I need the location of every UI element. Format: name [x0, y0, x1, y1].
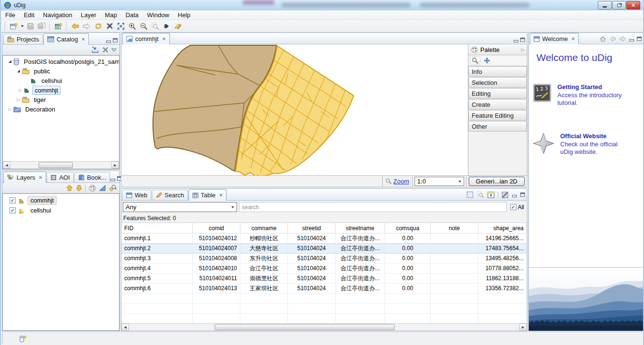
maximize-view-icon[interactable]: [637, 37, 642, 41]
table-cell[interactable]: 合江亭街道办...: [336, 244, 385, 254]
database-task-icon[interactable]: [19, 335, 27, 343]
table-cell[interactable]: 大慈寺社区: [240, 244, 288, 254]
maximize-view-icon[interactable]: [113, 38, 118, 42]
zoom-extent-button[interactable]: [115, 21, 127, 31]
scroll-right-icon[interactable]: ▶: [111, 162, 119, 169]
table-cell[interactable]: [431, 233, 478, 244]
table-cell[interactable]: commhjt.6: [121, 284, 193, 294]
getting-started-item[interactable]: 1 2 3 Getting Started Access the introdu…: [533, 83, 641, 107]
new-wizard-dropdown[interactable]: [20, 21, 25, 31]
table-cell[interactable]: commhjt.3: [121, 254, 193, 264]
tab-search[interactable]: Search: [152, 190, 188, 200]
table-cell[interactable]: 510104024: [288, 274, 336, 284]
table-cell[interactable]: commhjt.2: [121, 244, 193, 254]
table-cell[interactable]: 0.00: [385, 244, 431, 254]
table-cell[interactable]: 0.00: [385, 264, 431, 274]
table-cell[interactable]: 510104024: [288, 244, 336, 254]
new-map-button[interactable]: [53, 21, 64, 31]
eraser-button[interactable]: [172, 21, 184, 31]
maximize-view-icon[interactable]: [520, 193, 525, 197]
view-menu-icon[interactable]: [111, 48, 117, 52]
getting-started-title[interactable]: Getting Started: [557, 83, 629, 91]
table-cell[interactable]: 510104024012: [193, 233, 240, 244]
table-cell[interactable]: 东升街社区: [240, 254, 288, 264]
table-cell[interactable]: 合江亭街道办...: [336, 274, 385, 284]
minimize-view-icon[interactable]: [629, 37, 634, 41]
tab-bookmarks[interactable]: Book...: [74, 172, 110, 183]
table-cell[interactable]: 0.00: [385, 254, 431, 264]
table-cell[interactable]: 14196.25665...: [478, 233, 527, 244]
table-cell[interactable]: 510104024008: [193, 254, 240, 264]
map-canvas[interactable]: [121, 44, 468, 175]
zoom-to-selection-icon[interactable]: [477, 191, 484, 198]
tree-label[interactable]: Decoration: [23, 105, 58, 114]
scroll-thumb[interactable]: [215, 324, 394, 330]
tab-catalog[interactable]: Catalog ✕: [43, 33, 89, 45]
table-cell[interactable]: 合江亭街道办...: [336, 254, 385, 264]
menu-layer[interactable]: Layer: [77, 10, 101, 20]
tree-item-public[interactable]: public: [3, 66, 119, 76]
zoom-out-button[interactable]: [138, 21, 149, 31]
move-up-icon[interactable]: [66, 184, 73, 192]
table-cell[interactable]: 510104024007: [193, 244, 240, 254]
collapsed-icon[interactable]: ▷: [19, 88, 22, 92]
tab-close-icon[interactable]: ✕: [81, 37, 85, 42]
menu-window[interactable]: Window: [143, 10, 173, 20]
table-row[interactable]: commhjt.1510104024012纱帽街社区510104024合江亭街道…: [121, 233, 527, 244]
official-website-title[interactable]: Official Website: [560, 132, 632, 140]
layer-visible-checkbox[interactable]: ✓: [10, 197, 16, 203]
zoom-in-button[interactable]: [127, 21, 138, 31]
layer-row-cellshui[interactable]: ✓ cellshui: [3, 205, 119, 215]
attribute-filter-combobox[interactable]: Any: [123, 202, 237, 212]
tab-table[interactable]: Table ✕: [188, 189, 227, 201]
collapsed-icon[interactable]: ▷: [17, 98, 20, 102]
close-button[interactable]: ✕: [626, 1, 640, 10]
table-cell[interactable]: 合江亭街道办...: [336, 233, 385, 244]
table-cell[interactable]: 纱帽街社区: [240, 233, 288, 244]
table-cell[interactable]: 0.00: [385, 233, 431, 244]
table-cell[interactable]: 王家坝社区: [240, 284, 288, 294]
table-cell[interactable]: commhjt.5: [121, 274, 193, 284]
catalog-hscrollbar[interactable]: ◀ ▶: [3, 161, 119, 169]
zoom-selection-button[interactable]: [149, 21, 161, 31]
table-cell[interactable]: [431, 244, 478, 254]
table-cell[interactable]: 510104024013: [193, 284, 240, 294]
forward-button[interactable]: [81, 21, 92, 31]
style-palette-icon[interactable]: [89, 184, 96, 192]
table-row[interactable]: commhjt.4510104024010合江亭社区510104024合江亭街道…: [121, 264, 527, 274]
projection-button[interactable]: Generi...ian 2D: [469, 177, 525, 186]
menu-help[interactable]: Help: [173, 10, 195, 20]
table-cell[interactable]: commhjt.1: [121, 233, 193, 244]
maximize-view-icon[interactable]: [520, 38, 525, 42]
column-header[interactable]: streetname: [336, 223, 385, 233]
pan-tool-button[interactable]: [482, 56, 492, 65]
palette-section-info[interactable]: Info: [468, 66, 527, 77]
scale-combobox[interactable]: 1:0: [415, 177, 464, 186]
table-row[interactable]: commhjt.6510104024013王家坝社区510104024合江亭街道…: [121, 284, 527, 294]
palette-section-editing[interactable]: Editing: [468, 88, 527, 99]
table-hscrollbar[interactable]: ◀ ▶: [121, 323, 527, 331]
expanded-icon[interactable]: [17, 70, 20, 72]
delete-button[interactable]: [104, 21, 115, 31]
home-icon[interactable]: [599, 36, 606, 42]
minimize-view-icon[interactable]: [106, 38, 111, 42]
minimize-view-icon[interactable]: [514, 38, 518, 42]
table-cell[interactable]: 510104024010: [193, 264, 240, 274]
table-cell[interactable]: [431, 264, 478, 274]
zoom-to-layer-icon[interactable]: [109, 184, 117, 192]
minimize-view-icon[interactable]: [512, 193, 517, 197]
select-features-icon[interactable]: [466, 191, 474, 198]
menu-edit[interactable]: Edit: [20, 10, 39, 20]
layer-visible-checkbox[interactable]: ✓: [10, 207, 16, 213]
scroll-left-icon[interactable]: ◀: [121, 324, 129, 331]
tree-item-postgis[interactable]: PostGIS localhost/postgis_21_sam: [3, 57, 119, 66]
menu-map[interactable]: Map: [100, 10, 121, 20]
table-cell[interactable]: 13495.48256...: [478, 254, 527, 264]
tree-label[interactable]: tiger: [31, 95, 48, 104]
tree-label[interactable]: cellshui: [39, 76, 64, 85]
table-cell[interactable]: 合江亭街道办...: [336, 264, 385, 274]
tree-item-cellshui[interactable]: cellshui: [3, 76, 119, 85]
run-button[interactable]: [161, 21, 172, 31]
new-wizard-button[interactable]: [8, 21, 20, 31]
tab-layers[interactable]: Layers ✕: [3, 172, 46, 183]
